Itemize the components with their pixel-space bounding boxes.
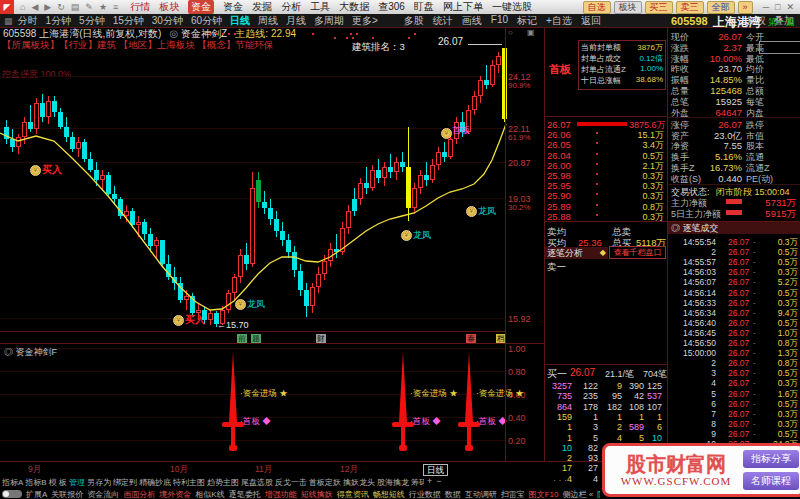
quick-button-自选[interactable]: 自选 xyxy=(583,1,611,14)
quick-button-»[interactable]: » xyxy=(738,1,753,14)
watermark-text: 股市财富网 WWW.GSCFW.COM xyxy=(609,453,743,487)
toolbar-数据[interactable]: 数据 xyxy=(445,489,461,499)
toolbar-反戈一击[interactable]: 反戈一击 xyxy=(275,477,307,487)
toolbar-得意资讯[interactable]: 得意资讯 xyxy=(337,489,369,499)
toolbar-擒妖龙头[interactable]: 擒妖龙头 xyxy=(343,477,375,487)
toolbar-股海擒龙[interactable]: 股海擒龙 xyxy=(377,477,409,487)
toolbar-画面分析[interactable]: 画面分析 xyxy=(123,489,155,499)
menu-item-大数据[interactable]: 大数据 xyxy=(339,0,369,14)
toolbar-绑定到[interactable]: 绑定到 xyxy=(113,477,137,487)
toolbar-增强功能[interactable]: 增强功能 xyxy=(265,489,297,499)
toggle-switch[interactable] xyxy=(2,490,22,498)
toolbar-指标A[interactable]: 指标A xyxy=(2,477,23,487)
period-tab-30分钟[interactable]: 30分钟 xyxy=(152,14,183,28)
period-tab-日线[interactable]: 日线 xyxy=(230,14,250,28)
nav-icon[interactable]: ◀ xyxy=(31,2,38,12)
nav-icon[interactable]: ▶ xyxy=(44,2,51,12)
quick-button-卖三[interactable]: 卖三 xyxy=(676,1,704,14)
tool-F10[interactable]: F10 xyxy=(491,14,508,28)
toolbar-境外资金[interactable]: 境外资金 xyxy=(159,489,191,499)
nav-icon[interactable]: ✎ xyxy=(85,2,93,12)
toolbar-首板定妖[interactable]: 首板定妖 xyxy=(309,477,341,487)
menu-item-发掘[interactable]: 发掘 xyxy=(252,0,272,14)
sector-links[interactable]: 【所属板块】【行业】建筑 【地区】上海板块 【概念】节能环保 xyxy=(2,39,273,52)
period-tab-5分钟[interactable]: 5分钟 xyxy=(79,14,105,28)
toolbar-畅想短线[interactable]: 畅想短线 xyxy=(373,489,405,499)
event-tag-财[interactable]: 财 xyxy=(316,334,326,343)
thousand-depth-button[interactable]: 查看千档盘口 xyxy=(609,246,666,259)
toolbar-图文F10[interactable]: 图文F10 xyxy=(529,489,559,499)
nav-icon[interactable]: ⌂ xyxy=(20,2,25,12)
toolbar-逐笔委托[interactable]: 逐笔委托 xyxy=(229,489,261,499)
quick-button-全部[interactable]: 全部 xyxy=(707,1,735,14)
toolbar-资金流向[interactable]: 资金流向 xyxy=(87,489,119,499)
toolbar-特利主图[interactable]: 特利主图 xyxy=(173,477,205,487)
tab-tick-trades[interactable]: ◎ 逐笔成交 xyxy=(668,222,800,234)
nav-icons[interactable]: ⌂◀▶↻▤✎★≡ xyxy=(20,2,118,12)
menu-item-资金[interactable]: 资金 xyxy=(223,0,243,14)
period-tab-周线[interactable]: 周线 xyxy=(258,14,278,28)
toolbar-扫雷宝[interactable]: 扫雷宝 xyxy=(501,489,525,499)
tool-+自选[interactable]: +自选 xyxy=(546,14,572,28)
sword-pommel xyxy=(399,445,407,451)
toolbar-相似K线[interactable]: 相似K线 xyxy=(195,489,224,499)
candle xyxy=(4,127,9,139)
tool-返回[interactable]: 返回 xyxy=(581,14,601,28)
period-box-button[interactable]: 日线 xyxy=(423,464,448,476)
tab-tick-analysis[interactable]: 逐笔分析◆ xyxy=(545,247,608,259)
quote-tag[interactable]: 第一篇 xyxy=(768,16,795,29)
toolbar-侧边栏 «[interactable]: 侧边栏 « xyxy=(562,489,593,499)
toolbar-趋势主图[interactable]: 趋势主图 xyxy=(207,477,239,487)
menu-item-查306[interactable]: 查306 xyxy=(378,0,405,14)
period-tab-60分钟[interactable]: 60分钟 xyxy=(191,14,222,28)
menu-item-资金[interactable]: 资金 xyxy=(188,0,214,14)
period-tab-1分钟[interactable]: 1分钟 xyxy=(46,14,72,28)
menu-item-行情[interactable]: 行情 xyxy=(130,0,150,14)
quick-button-买三[interactable]: 买三 xyxy=(645,1,673,14)
period-tab-月线[interactable]: 月线 xyxy=(286,14,306,28)
zoom-buttons[interactable]: +− xyxy=(427,476,446,486)
menu-item-工具[interactable]: 工具 xyxy=(310,0,330,14)
toolbar-管理[interactable]: 管理 xyxy=(69,477,85,487)
nav-icon[interactable]: ≡ xyxy=(113,2,118,12)
toolbar-筹码[interactable]: 筹码 xyxy=(411,477,424,487)
toolbar-短线擒妖[interactable]: 短线擒妖 xyxy=(301,489,333,499)
nav-icon[interactable]: ↻ xyxy=(57,2,65,12)
menu-item-板块[interactable]: 板块 xyxy=(159,0,179,14)
tool-统计[interactable]: 统计 xyxy=(433,14,453,28)
tool-画线[interactable]: 画线 xyxy=(462,14,482,28)
candle xyxy=(292,252,297,271)
menu-item-一键选股[interactable]: 一键选股 xyxy=(492,0,532,14)
period-tab-15分钟[interactable]: 15分钟 xyxy=(113,14,144,28)
toolbar-指标B[interactable]: 指标B xyxy=(25,477,46,487)
nav-icon[interactable]: ▤ xyxy=(71,2,80,12)
period-tab-更多>[interactable]: 更多> xyxy=(352,14,378,28)
tool-多股[interactable]: 多股 xyxy=(404,14,424,28)
toolbar-队列[interactable]: 队列 xyxy=(597,489,600,499)
event-tag-泰[interactable]: 泰 xyxy=(466,334,476,343)
window-controls[interactable]: ─□✕ xyxy=(763,2,794,12)
toolbar-精确抄底[interactable]: 精确抄底 xyxy=(139,477,171,487)
period-tab-分时[interactable]: 分时 xyxy=(18,14,38,28)
toolbar-尾盘选股[interactable]: 尾盘选股 xyxy=(241,477,273,487)
event-tag-题[interactable]: 题 xyxy=(251,334,261,343)
candle xyxy=(46,101,51,117)
menu-item-盯盘[interactable]: 盯盘 xyxy=(414,0,434,14)
event-tag-前[interactable]: 前 xyxy=(237,334,247,343)
menu-item-分析[interactable]: 分析 xyxy=(281,0,301,14)
toolbar-另存为[interactable]: 另存为 xyxy=(87,477,111,487)
toolbar-行业数据[interactable]: 行业数据 xyxy=(409,489,441,499)
tool-标记[interactable]: 标记 xyxy=(517,14,537,28)
window-control[interactable]: ✕ xyxy=(786,2,794,12)
menu-item-网上下单[interactable]: 网上下单 xyxy=(443,0,483,14)
period-tab-多周期[interactable]: 多周期 xyxy=(314,14,344,28)
window-control[interactable]: □ xyxy=(775,2,780,12)
quick-button-板块[interactable]: 板块 xyxy=(614,1,642,14)
toolbar-扩展A[interactable]: 扩展A xyxy=(26,489,47,499)
nav-icon[interactable]: ★ xyxy=(99,2,107,12)
toolbar-关联报价[interactable]: 关联报价 xyxy=(51,489,83,499)
toolbar-互动调研[interactable]: 互动调研 xyxy=(465,489,497,499)
chart-mini-icons[interactable]: ○ ▣ xyxy=(508,28,541,37)
window-control[interactable]: ─ xyxy=(763,2,769,12)
toolbar-模 板[interactable]: 模 板 xyxy=(49,477,67,487)
